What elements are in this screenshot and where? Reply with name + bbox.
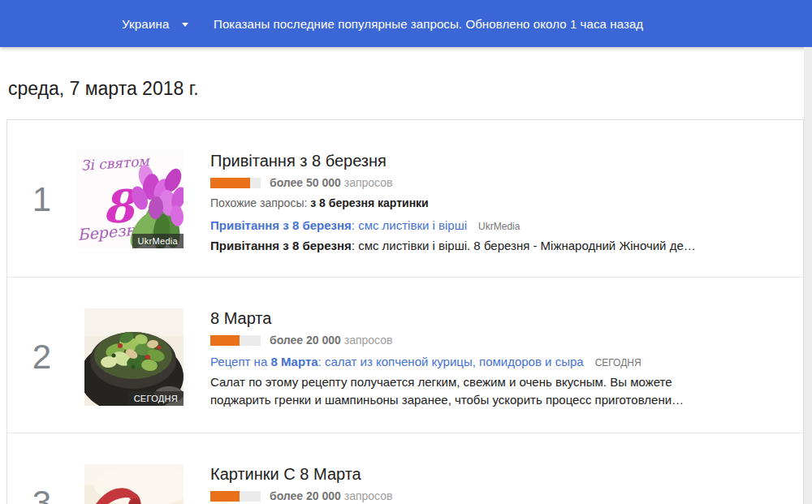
search-volume-bar: [210, 491, 261, 502]
trend-thumbnail-salad[interactable]: СЕГОДНЯ: [84, 308, 184, 406]
search-volume-text: более 20 000 запросов: [270, 334, 392, 347]
rank-number: 3: [7, 464, 76, 504]
date-heading: среда, 7 марта 2018 г.: [8, 78, 199, 100]
header-status-text: Показаны последние популярные запросы. О…: [214, 0, 643, 47]
rank-number: 1: [7, 151, 76, 248]
trend-title[interactable]: Картинки С 8 Марта: [210, 464, 793, 484]
region-selector[interactable]: Украина: [122, 0, 188, 47]
search-volume-text: более 50 000 запросов: [270, 176, 392, 189]
search-volume-bar: [210, 335, 261, 346]
related-queries: Похожие запросы: з 8 березня картинки: [210, 196, 793, 209]
trend-thumbnail-gift-bow[interactable]: [84, 464, 184, 504]
app-header: Украина Показаны последние популярные за…: [0, 0, 812, 47]
search-volume-text: более 20 000 запросов: [270, 489, 392, 502]
chevron-down-icon: [182, 23, 188, 27]
scrollbar[interactable]: [804, 47, 812, 504]
trend-item-2: 2: [7, 278, 803, 433]
news-snippet: Салат по этому рецепту получается легким…: [210, 373, 793, 409]
search-volume-bar-fill: [210, 335, 240, 346]
gift-bow-image: [84, 464, 184, 504]
related-query-link[interactable]: з 8 березня картинки: [310, 196, 428, 209]
trend-title[interactable]: Привітання з 8 березня: [210, 151, 793, 170]
trend-title[interactable]: 8 Марта: [210, 308, 793, 328]
trend-item-3: 3 Картинки С 8 Марта: [7, 433, 803, 504]
image-source-label: СЕГОДНЯ: [128, 391, 184, 406]
search-volume-bar: [210, 178, 261, 188]
news-article-link[interactable]: Привітання з 8 березня: смс листівки і в…: [210, 218, 467, 232]
search-volume-bar-fill: [210, 491, 240, 502]
news-source: UkrMedia: [478, 221, 520, 232]
search-volume-bar-fill: [210, 178, 250, 188]
news-snippet: Привітання з 8 березня: смс листівки і в…: [210, 237, 793, 255]
region-selector-label: Украина: [122, 17, 170, 31]
news-article-link[interactable]: Рецепт на 8 Марта: салат из копченой кур…: [210, 355, 584, 368]
trending-searches-card: 1 Зі святом 8 Березня: [6, 119, 804, 504]
trend-item-1: 1 Зі святом 8 Березня: [7, 120, 803, 278]
rank-number: 2: [7, 308, 76, 406]
trend-thumbnail-tulips[interactable]: Зі святом 8 Березня: [76, 151, 184, 248]
image-source-label: UkrMedia: [132, 234, 184, 248]
news-source: СЕГОДНЯ: [595, 357, 641, 368]
